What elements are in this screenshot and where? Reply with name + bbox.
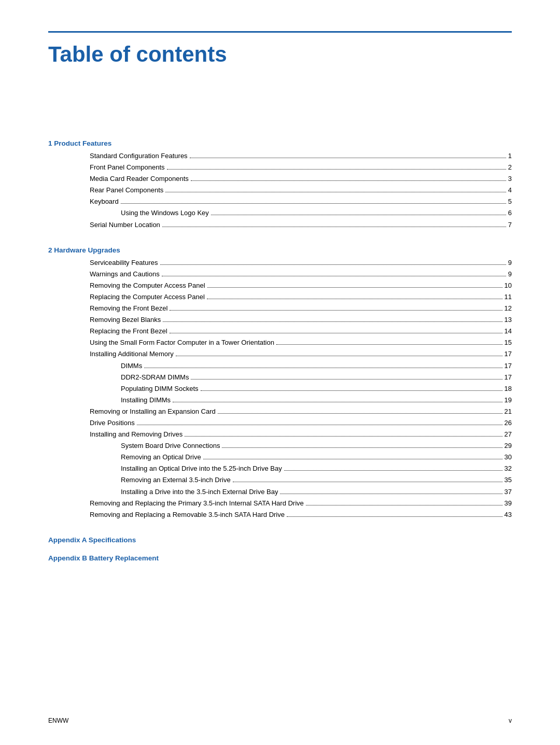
entry-title: Populating DIMM Sockets: [121, 383, 199, 395]
toc-entry: Replacing the Computer Access Panel11: [48, 291, 512, 303]
entry-title: System Board Drive Connections: [121, 440, 220, 452]
entry-page: 5: [508, 196, 512, 207]
entry-page: 14: [505, 326, 512, 337]
toc-entry: Keyboard5: [48, 196, 512, 207]
entry-dots: [280, 494, 502, 494]
entry-dots: [170, 333, 502, 333]
entry-title: Using the Windows Logo Key: [121, 207, 209, 219]
toc-entry: Installing DIMMs19: [48, 395, 512, 406]
toc-entry: Removing the Front Bezel12: [48, 303, 512, 314]
entry-title: Installing a Drive into the 3.5-inch Ext…: [121, 486, 278, 498]
toc-entry: Removing and Replacing the Primary 3.5-i…: [48, 498, 512, 509]
entry-dots: [167, 169, 506, 170]
entry-dots: [191, 180, 506, 181]
entry-title: Serviceability Features: [90, 257, 158, 269]
entry-page: 26: [505, 417, 512, 429]
entry-dots: [306, 505, 502, 505]
toc-entry: Using the Windows Logo Key6: [48, 207, 512, 219]
entry-dots: [191, 379, 502, 379]
entry-page: 21: [505, 406, 512, 417]
entry-dots: [137, 425, 502, 425]
entry-dots: [233, 482, 502, 482]
entry-page: 3: [508, 173, 512, 185]
entry-dots: [185, 436, 502, 437]
section-1-heading[interactable]: 1 Product Features: [48, 139, 512, 147]
entry-dots: [207, 287, 502, 288]
entry-page: 2: [508, 162, 512, 173]
entry-title: Installing Additional Memory: [90, 348, 174, 360]
page-title: Table of contents: [48, 42, 512, 67]
toc-entry: Removing an External 3.5-inch Drive35: [48, 474, 512, 486]
entry-page: 43: [505, 509, 512, 521]
toc-entry: Media Card Reader Components3: [48, 173, 512, 185]
entry-dots: [201, 390, 502, 391]
entry-dots: [162, 276, 506, 276]
appendix-a-heading[interactable]: Appendix A Specifications: [48, 536, 512, 544]
toc-entry: Front Panel Components2: [48, 162, 512, 173]
entry-dots: [276, 344, 502, 345]
entry-dots: [160, 264, 506, 265]
entry-page: 35: [505, 474, 512, 486]
entry-page: 32: [505, 463, 512, 474]
entry-title: Removing and Replacing a Removable 3.5-i…: [90, 509, 285, 521]
section-2-entries: Serviceability Features9Warnings and Cau…: [48, 257, 512, 521]
entry-page: 15: [505, 337, 512, 348]
entry-page: 37: [505, 486, 512, 498]
toc-section-2: 2 Hardware Upgrades Serviceability Featu…: [48, 246, 512, 521]
entry-title: Standard Configuration Features: [90, 150, 188, 162]
entry-title: DDR2-SDRAM DIMMs: [121, 372, 189, 383]
entry-dots: [207, 299, 502, 299]
toc-entry: Removing and Replacing a Removable 3.5-i…: [48, 509, 512, 521]
toc-entry: DIMMs17: [48, 360, 512, 372]
entry-title: Installing an Optical Drive into the 5.2…: [121, 463, 282, 474]
entry-page: 27: [505, 429, 512, 440]
entry-page: 29: [505, 440, 512, 452]
entry-dots: [203, 459, 502, 459]
entry-page: 6: [508, 207, 512, 219]
entry-dots: [287, 516, 502, 517]
toc-entry: Drive Positions26: [48, 417, 512, 429]
entry-title: Removing Bezel Blanks: [90, 314, 161, 326]
entry-dots: [211, 215, 506, 215]
entry-page: 7: [508, 219, 512, 231]
toc-entry: Removing or Installing an Expansion Card…: [48, 406, 512, 417]
entry-page: 30: [505, 452, 512, 463]
toc-entry: Serviceability Features9: [48, 257, 512, 269]
entry-page: 19: [505, 395, 512, 406]
entry-title: Media Card Reader Components: [90, 173, 189, 185]
section-1-entries: Standard Configuration Features1Front Pa…: [48, 150, 512, 231]
entry-page: 12: [505, 303, 512, 314]
entry-dots: [165, 192, 506, 192]
entry-title: Removing an Optical Drive: [121, 452, 201, 463]
toc-entry: Warnings and Cautions9: [48, 269, 512, 280]
entry-dots: [284, 470, 502, 471]
toc-entry: Removing Bezel Blanks13: [48, 314, 512, 326]
entry-page: 17: [505, 360, 512, 372]
toc-entry: DDR2-SDRAM DIMMs17: [48, 372, 512, 383]
footer-right: v: [509, 717, 512, 724]
toc-entry: Installing and Removing Drives27: [48, 429, 512, 440]
toc-entry: Removing an Optical Drive30: [48, 452, 512, 463]
entry-title: Removing the Front Bezel: [90, 303, 167, 314]
section-2-heading[interactable]: 2 Hardware Upgrades: [48, 246, 512, 254]
entry-dots: [170, 310, 502, 311]
toc-entry: Installing Additional Memory17: [48, 348, 512, 360]
toc-entry: Standard Configuration Features1: [48, 150, 512, 162]
entry-dots: [163, 321, 502, 322]
top-rule: [48, 31, 512, 33]
entry-dots: [144, 368, 502, 368]
appendix-b-heading[interactable]: Appendix B Battery Replacement: [48, 554, 512, 562]
entry-title: Installing DIMMs: [121, 395, 171, 406]
entry-page: 18: [505, 383, 512, 395]
toc-entry: System Board Drive Connections29: [48, 440, 512, 452]
entry-page: 17: [505, 348, 512, 360]
entry-title: Rear Panel Components: [90, 185, 163, 196]
entry-title: Drive Positions: [90, 417, 135, 429]
toc-entry: Installing an Optical Drive into the 5.2…: [48, 463, 512, 474]
entry-title: Removing or Installing an Expansion Card: [90, 406, 216, 417]
entry-title: Installing and Removing Drives: [90, 429, 183, 440]
entry-page: 39: [505, 498, 512, 509]
entry-page: 11: [505, 291, 512, 303]
entry-page: 17: [505, 372, 512, 383]
toc-entry: Removing the Computer Access Panel10: [48, 280, 512, 291]
